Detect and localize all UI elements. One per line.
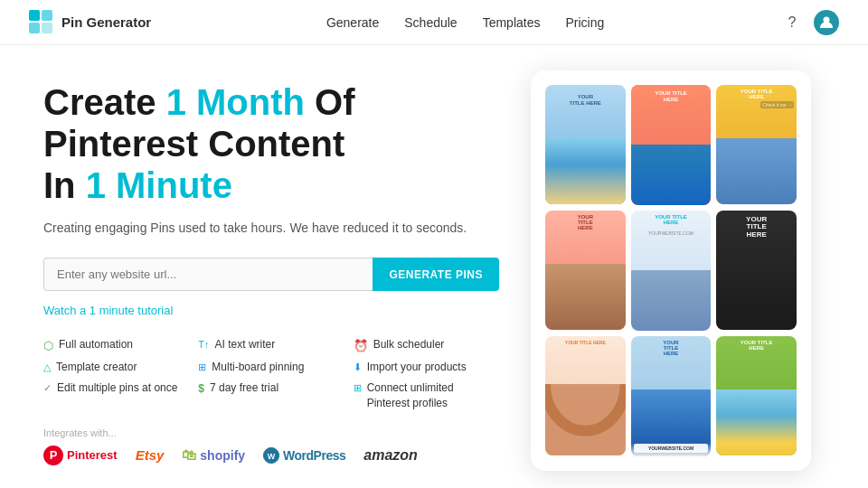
unlimited-profiles-icon: ⊞ [354, 381, 362, 395]
pin-card-8: YOURTITLEHERE YOURWEBSITE.COM [631, 336, 712, 456]
amazon-logo: amazon [363, 447, 418, 464]
navbar: Pin Generator Generate Schedule Template… [0, 0, 868, 45]
main-content: Create 1 Month Of Pinterest Content In 1… [0, 45, 868, 488]
url-input-row: GENERATE PINS [43, 258, 499, 291]
wordpress-icon: W [263, 447, 279, 464]
headline: Create 1 Month Of Pinterest Content In 1… [43, 81, 499, 206]
headline-line3-pre: In [43, 165, 86, 205]
nav-generate[interactable]: Generate [326, 15, 379, 30]
pin-2-title: YOUR TITLEHERE [633, 89, 710, 105]
nav-schedule[interactable]: Schedule [404, 15, 457, 30]
pin-card-4: YOURTITLEHERE [545, 211, 626, 331]
feature-template-creator-text: Template creator [56, 360, 137, 375]
nav-links: Generate Schedule Templates Pricing [326, 15, 604, 30]
feature-free-trial-text: 7 day free trial [210, 380, 278, 396]
bulk-scheduler-icon: ⏰ [354, 338, 368, 354]
logo-text: Pin Generator [61, 14, 151, 30]
pins-grid: YOURTITLE HERE YOUR TITLEHERE YOUR TITLE… [545, 85, 797, 456]
feature-unlimited-profiles-text: Connect unlimited Pinterest profiles [367, 380, 499, 411]
free-trial-icon: $ [198, 381, 204, 397]
svg-rect-3 [42, 23, 52, 33]
integrates-label: Integrates with... [43, 427, 499, 438]
pin-card-7: YOUR TITLE HERE [545, 336, 626, 456]
user-button[interactable] [814, 10, 839, 35]
pin-3-badge: Check it out → [760, 101, 794, 108]
pin-card-1: YOURTITLE HERE [545, 85, 626, 205]
edit-multiple-icon: ✓ [43, 381, 52, 395]
amazon-text: amazon [363, 447, 418, 464]
user-icon [819, 15, 834, 30]
feature-bulk-scheduler: ⏰ Bulk scheduler [354, 337, 499, 354]
shopify-text: shopify [200, 448, 245, 463]
multi-board-icon: ⊞ [198, 361, 206, 374]
headline-accent1: 1 Month [166, 82, 305, 122]
pin-card-6: YOURTITLEHERE [716, 211, 797, 331]
feature-edit-multiple-text: Edit multiple pins at once [57, 380, 177, 396]
logo[interactable]: Pin Generator [29, 10, 151, 35]
pin-5-title: YOUR TITLEHERE [633, 214, 710, 225]
feature-unlimited-profiles: ⊞ Connect unlimited Pinterest profiles [354, 380, 499, 411]
feature-import-text: Import your products [367, 360, 467, 375]
integrations-row: P Pinterest Etsy 🛍 shopify W WordPress a… [43, 446, 499, 465]
pin-6-title: YOURTITLEHERE [718, 216, 795, 239]
svg-text:W: W [268, 452, 276, 461]
nav-templates[interactable]: Templates [483, 15, 541, 30]
pin-1-image [545, 138, 626, 204]
automation-icon: ⬡ [43, 338, 53, 354]
pin-9-image [716, 389, 797, 455]
shopify-logo: 🛍 shopify [182, 447, 245, 464]
right-column: YOURTITLE HERE YOUR TITLEHERE YOUR TITLE… [517, 45, 825, 488]
pin-card-2: YOUR TITLEHERE [631, 85, 712, 205]
pin-card-3: YOUR TITLEHERE Check it out → [716, 85, 797, 205]
pin-5-website: YOURWEBSITE.COM [633, 230, 710, 236]
pin-8-title: YOURTITLEHERE [633, 340, 710, 356]
etsy-logo: Etsy [136, 447, 165, 463]
pin-3-image [716, 138, 797, 204]
pinterest-logo: P Pinterest [43, 446, 118, 465]
feature-bulk-scheduler-text: Bulk scheduler [373, 337, 445, 352]
url-input[interactable] [43, 258, 373, 291]
feature-import: ⬇ Import your products [354, 360, 499, 375]
pin-1-photo [545, 138, 626, 204]
pin-9-title: YOUR TITLEHERE [718, 340, 795, 351]
headline-accent2: 1 Minute [86, 165, 232, 205]
hero-subtext: Creating engaging Pins used to take hour… [43, 219, 499, 238]
feature-edit-multiple: ✓ Edit multiple pins at once [43, 380, 189, 411]
headline-part1: Create [43, 82, 166, 122]
shopify-icon: 🛍 [182, 447, 196, 464]
pin-card-5: YOUR TITLEHERE YOURWEBSITE.COM [631, 211, 712, 331]
left-column: Create 1 Month Of Pinterest Content In 1… [43, 45, 517, 488]
pinterest-text: Pinterest [67, 448, 118, 462]
features-grid: ⬡ Full automation T↑ AI text writer ⏰ Bu… [43, 337, 499, 411]
headline-part2: Of [305, 82, 355, 122]
pin-4-image [545, 264, 626, 330]
svg-rect-1 [42, 10, 52, 21]
logo-icon [29, 10, 54, 35]
pin-card-9: YOUR TITLEHERE [716, 336, 797, 456]
pin-2-image [631, 145, 712, 205]
pin-1-title: YOURTITLE HERE [549, 90, 622, 110]
generate-button[interactable]: GENERATE PINS [373, 258, 499, 291]
feature-free-trial: $ 7 day free trial [198, 380, 344, 411]
feature-ai-text: T↑ AI text writer [198, 337, 344, 354]
feature-automation: ⬡ Full automation [43, 337, 189, 354]
ai-text-icon: T↑ [198, 338, 209, 352]
gallery-card: YOURTITLE HERE YOUR TITLEHERE YOUR TITLE… [531, 70, 811, 471]
feature-ai-text-label: AI text writer [215, 337, 276, 352]
pin-4-title: YOURTITLEHERE [547, 214, 624, 230]
feature-multi-board-text: Multi-board pinning [212, 360, 304, 375]
wordpress-logo: W WordPress [263, 447, 345, 464]
pinterest-icon: P [43, 446, 63, 465]
feature-template-creator: △ Template creator [43, 360, 189, 375]
pin-7-image [545, 384, 626, 456]
wordpress-text: WordPress [283, 448, 345, 463]
tutorial-link[interactable]: Watch a 1 minute tutorial [43, 304, 499, 317]
help-button[interactable]: ? [779, 10, 805, 35]
pin-8-label: YOURWEBSITE.COM [634, 444, 709, 453]
pin-3-title: YOUR TITLEHERE [718, 89, 795, 99]
etsy-text: Etsy [136, 447, 165, 463]
nav-pricing[interactable]: Pricing [565, 15, 604, 30]
svg-rect-0 [29, 10, 40, 21]
feature-automation-text: Full automation [59, 337, 133, 352]
pin-7-title: YOUR TITLE HERE [547, 340, 624, 345]
